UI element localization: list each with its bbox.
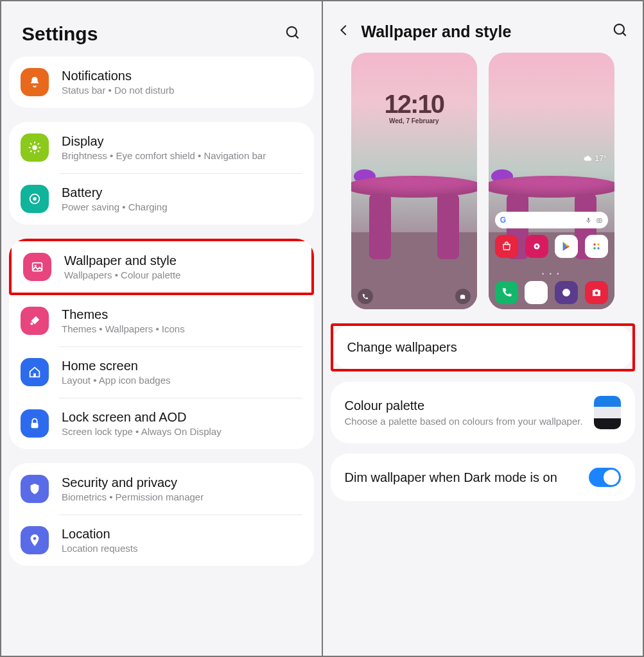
settings-row-display[interactable]: Display Brightness • Eye comfort shield … xyxy=(9,122,314,173)
wallpaper-previews: 12:10 Wed, 7 February 17° G xyxy=(323,53,643,323)
search-icon xyxy=(284,24,301,41)
settings-row-battery[interactable]: Battery Power saving • Charging xyxy=(9,173,314,225)
settings-row-themes[interactable]: Themes Themes • Wallpapers • Icons xyxy=(9,295,314,346)
row-title: Security and privacy xyxy=(62,475,204,490)
row-title: Location xyxy=(62,527,137,542)
row-subtitle: Power saving • Charging xyxy=(62,201,168,212)
settings-row-wallpaper[interactable]: Wallpaper and style Wallpapers • Colour … xyxy=(12,241,311,293)
settings-row-location[interactable]: Location Location requests xyxy=(9,515,314,566)
highlight-box: Wallpaper and style Wallpapers • Colour … xyxy=(9,239,314,295)
bell-icon xyxy=(21,68,49,96)
svg-point-2 xyxy=(32,145,37,149)
svg-point-34 xyxy=(595,291,598,294)
clock-widget: 12:10 Wed, 7 February xyxy=(351,90,477,124)
messages-app-icon xyxy=(525,281,548,304)
phone-shortcut-icon xyxy=(358,289,373,304)
change-wallpapers-row[interactable]: Change wallpapers xyxy=(333,326,633,369)
settings-group: Notifications Status bar • Do not distur… xyxy=(9,56,314,108)
svg-rect-24 xyxy=(597,218,602,222)
svg-line-9 xyxy=(30,151,31,152)
settings-row-home[interactable]: Home screen Layout • App icon badges xyxy=(9,346,314,398)
row-title: Lock screen and AOD xyxy=(62,410,222,425)
dock xyxy=(495,281,608,304)
back-button[interactable] xyxy=(337,23,351,40)
page-indicator: • • • xyxy=(489,271,614,277)
svg-line-8 xyxy=(38,151,39,152)
settings-group: Wallpaper and style Wallpapers • Colour … xyxy=(9,239,314,449)
row-title: Battery xyxy=(62,185,168,200)
home-icon xyxy=(21,358,49,386)
palette-preview-icon xyxy=(594,396,621,429)
svg-line-1 xyxy=(295,35,299,38)
row-title: Display xyxy=(62,134,266,149)
svg-rect-13 xyxy=(33,263,42,271)
image-icon xyxy=(23,253,51,281)
settings-group: Display Brightness • Eye comfort shield … xyxy=(9,122,314,225)
svg-point-15 xyxy=(30,322,33,325)
brush-icon xyxy=(21,307,49,335)
camera-app-icon xyxy=(585,281,608,304)
svg-point-29 xyxy=(597,243,599,245)
page-title: Wallpaper and style xyxy=(361,22,602,41)
settings-row-security[interactable]: Security and privacy Biometrics • Permis… xyxy=(9,463,314,515)
store-app-icon xyxy=(495,235,518,258)
wallpaper-header: Wallpaper and style xyxy=(323,1,643,53)
home-screen-preview[interactable]: 17° G • • • xyxy=(489,53,614,309)
lock-screen-preview[interactable]: 12:10 Wed, 7 February xyxy=(351,53,477,309)
chevron-left-icon xyxy=(337,23,351,37)
phone-app-icon xyxy=(495,281,518,304)
settings-screen: Settings Notifications Status bar • Do n… xyxy=(1,1,322,656)
row-subtitle: Status bar • Do not disturb xyxy=(62,85,174,96)
settings-header: Settings xyxy=(1,1,322,56)
colour-palette-row[interactable]: Colour palette Choose a palette based on… xyxy=(331,382,636,443)
app-grid xyxy=(495,235,608,258)
row-subtitle: Biometrics • Permission manager xyxy=(62,491,204,502)
settings-group: Security and privacy Biometrics • Permis… xyxy=(9,463,314,566)
svg-point-27 xyxy=(535,245,537,247)
google-search-bar: G xyxy=(495,212,608,228)
svg-point-18 xyxy=(33,537,37,540)
row-subtitle: Wallpapers • Colour palette xyxy=(64,269,180,280)
row-subtitle: Location requests xyxy=(62,543,137,554)
google-folder-icon xyxy=(585,235,608,258)
camera-shortcut-icon xyxy=(455,289,471,304)
page-title: Settings xyxy=(22,23,98,45)
highlight-box: Change wallpapers xyxy=(331,323,636,371)
cloud-icon xyxy=(584,154,593,163)
search-button[interactable] xyxy=(612,22,629,41)
weather-widget: 17° xyxy=(584,154,607,163)
svg-point-30 xyxy=(593,247,595,249)
row-title: Themes xyxy=(62,307,185,322)
row-subtitle: Screen lock type • Always On Display xyxy=(62,426,222,437)
row-title: Home screen xyxy=(62,359,171,373)
search-icon xyxy=(612,22,629,38)
svg-line-20 xyxy=(623,33,626,36)
settings-row-notifications[interactable]: Notifications Status bar • Do not distur… xyxy=(9,56,314,108)
google-logo-icon: G xyxy=(500,216,506,225)
svg-rect-22 xyxy=(587,218,589,221)
svg-line-7 xyxy=(30,143,31,144)
shield-icon xyxy=(21,475,49,503)
row-subtitle: Layout • App icon badges xyxy=(62,375,171,386)
mic-icon xyxy=(585,217,592,224)
search-button[interactable] xyxy=(284,24,301,44)
lens-icon xyxy=(596,217,603,224)
battery-icon xyxy=(21,185,49,213)
wallpaper-style-screen: Wallpaper and style 12:10 Wed, 7 Februar… xyxy=(323,1,643,656)
sun-icon xyxy=(21,133,49,162)
svg-point-31 xyxy=(597,247,599,249)
svg-point-0 xyxy=(286,27,296,37)
svg-point-28 xyxy=(593,243,595,245)
lock-icon xyxy=(21,409,49,438)
row-subtitle: Themes • Wallpapers • Icons xyxy=(62,323,185,334)
svg-point-12 xyxy=(33,197,37,201)
row-subtitle: Brightness • Eye comfort shield • Naviga… xyxy=(62,150,266,161)
svg-point-25 xyxy=(598,219,600,221)
dim-wallpaper-row[interactable]: Dim wallpaper when Dark mode is on xyxy=(331,454,636,501)
internet-app-icon xyxy=(555,281,578,304)
settings-row-lock[interactable]: Lock screen and AOD Screen lock type • A… xyxy=(9,398,314,449)
svg-point-19 xyxy=(614,24,624,34)
row-title: Wallpaper and style xyxy=(64,253,180,268)
dim-toggle[interactable] xyxy=(589,468,621,487)
pin-icon xyxy=(21,526,49,554)
